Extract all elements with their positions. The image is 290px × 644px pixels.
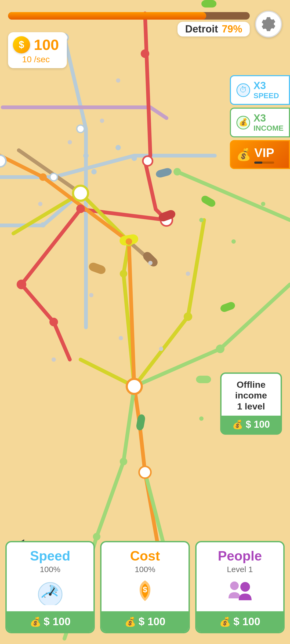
speed-card-title: Speed bbox=[10, 548, 90, 564]
people-card-icon bbox=[200, 578, 280, 609]
income-btn-label: X3 INCOME bbox=[253, 112, 284, 133]
people-card-subtitle: Level 1 bbox=[200, 565, 280, 574]
people-buy-row: 💰 $ 100 bbox=[197, 611, 283, 632]
people-coin-icon: 💰 bbox=[219, 616, 231, 627]
people-upgrade-card[interactable]: People Level 1 💰 $ 100 bbox=[195, 541, 285, 633]
svg-point-46 bbox=[50, 173, 57, 181]
vip-button[interactable]: 💰 VIP bbox=[230, 140, 290, 169]
settings-button[interactable] bbox=[255, 11, 282, 38]
speed-button[interactable]: ⏱ X3 SPEED bbox=[230, 75, 290, 105]
svg-point-85 bbox=[159, 347, 163, 351]
svg-point-69 bbox=[216, 345, 224, 353]
vip-progress-bar bbox=[254, 162, 262, 164]
svg-point-84 bbox=[186, 272, 190, 276]
svg-point-83 bbox=[148, 261, 153, 265]
coin-amount: 100 bbox=[34, 36, 59, 53]
offline-amount-row: 💰 $ 100 bbox=[222, 416, 281, 433]
svg-point-106 bbox=[230, 581, 239, 590]
speed-card-icon bbox=[10, 578, 90, 609]
speed-coin-icon: 💰 bbox=[30, 616, 41, 627]
svg-line-104 bbox=[55, 592, 57, 592]
svg-point-81 bbox=[68, 140, 72, 144]
svg-point-57 bbox=[73, 186, 88, 201]
svg-text:⏱: ⏱ bbox=[240, 86, 247, 94]
speed-upgrade-card[interactable]: Speed 100% 💰 $ 100 bbox=[5, 541, 95, 633]
people-cost: $ 100 bbox=[233, 616, 260, 628]
offline-coin-icon: 💰 bbox=[232, 419, 243, 430]
cost-card-title: Cost bbox=[105, 548, 184, 564]
svg-point-87 bbox=[199, 218, 204, 222]
svg-point-64 bbox=[127, 379, 142, 394]
svg-point-47 bbox=[0, 155, 6, 167]
svg-point-107 bbox=[240, 582, 250, 592]
svg-point-51 bbox=[141, 49, 149, 58]
svg-point-65 bbox=[139, 466, 151, 478]
bottom-cards: Speed 100% 💰 $ 100 Cost 100% bbox=[5, 541, 285, 633]
speed-card-subtitle: 100% bbox=[10, 565, 90, 574]
svg-point-63 bbox=[126, 238, 132, 245]
svg-point-92 bbox=[89, 293, 93, 297]
people-card-title: People bbox=[200, 548, 280, 564]
cost-coin-icon: 💰 bbox=[125, 616, 136, 627]
svg-point-45 bbox=[83, 153, 89, 158]
cost-card-subtitle: 100% bbox=[105, 565, 184, 574]
xp-bar-bg bbox=[8, 12, 250, 20]
cost-upgrade-card[interactable]: Cost 100% $ 💰 $ 100 bbox=[100, 541, 190, 633]
speed-icon: ⏱ bbox=[236, 83, 250, 97]
cost-card-icon: $ bbox=[105, 578, 184, 609]
svg-rect-72 bbox=[201, 0, 216, 8]
cost-cost: $ 100 bbox=[139, 616, 165, 628]
speed-cost: $ 100 bbox=[44, 616, 71, 628]
svg-point-55 bbox=[17, 280, 26, 289]
speed-btn-label: X3 SPEED bbox=[253, 80, 279, 100]
svg-point-56 bbox=[49, 318, 58, 326]
svg-point-89 bbox=[261, 202, 265, 206]
svg-point-86 bbox=[119, 336, 123, 340]
cost-buy-row: 💰 $ 100 bbox=[102, 611, 188, 632]
svg-point-90 bbox=[199, 416, 204, 421]
svg-point-50 bbox=[40, 222, 46, 228]
svg-point-71 bbox=[93, 533, 100, 540]
city-name: Detroit bbox=[185, 23, 218, 35]
coin-rate: 10 /sec bbox=[13, 54, 59, 64]
svg-point-88 bbox=[231, 239, 236, 244]
coin-display: $ 100 10 /sec bbox=[8, 32, 67, 68]
svg-point-91 bbox=[52, 357, 56, 362]
xp-bar-fill bbox=[8, 12, 206, 20]
speed-buy-row: 💰 $ 100 bbox=[7, 611, 93, 632]
city-badge: Detroit 79% bbox=[177, 22, 250, 36]
city-completion: 79% bbox=[222, 23, 242, 35]
svg-point-82 bbox=[38, 202, 42, 206]
svg-point-52 bbox=[143, 156, 153, 166]
offline-amount-value: 100 bbox=[254, 419, 270, 430]
income-icon: 💰 bbox=[236, 116, 250, 130]
svg-point-44 bbox=[115, 145, 121, 150]
svg-point-62 bbox=[39, 173, 47, 181]
svg-text:$: $ bbox=[143, 585, 147, 594]
offline-income-title: Offlineincome1 level bbox=[228, 379, 274, 412]
svg-point-68 bbox=[173, 168, 181, 175]
svg-point-79 bbox=[116, 78, 120, 83]
coin-icon: $ bbox=[13, 36, 30, 53]
svg-point-59 bbox=[120, 270, 127, 277]
svg-point-99 bbox=[49, 593, 52, 596]
svg-point-43 bbox=[77, 125, 84, 133]
svg-rect-75 bbox=[196, 376, 211, 383]
vip-icon: 💰 bbox=[236, 148, 251, 162]
svg-point-60 bbox=[184, 312, 192, 321]
offline-amount: $ bbox=[246, 419, 251, 430]
vip-btn-label: VIP bbox=[254, 145, 274, 164]
gear-icon bbox=[260, 16, 277, 32]
income-button[interactable]: 💰 X3 INCOME bbox=[230, 108, 290, 137]
svg-text:💰: 💰 bbox=[239, 118, 248, 127]
right-buttons: ⏱ X3 SPEED 💰 X3 INCOME 💰 VIP bbox=[230, 75, 290, 169]
svg-point-80 bbox=[100, 119, 104, 123]
svg-point-49 bbox=[91, 169, 97, 174]
svg-point-70 bbox=[120, 458, 127, 465]
offline-income-card[interactable]: Offlineincome1 level 💰 $ 100 bbox=[220, 372, 282, 435]
svg-point-54 bbox=[76, 204, 85, 213]
svg-point-48 bbox=[132, 156, 137, 161]
